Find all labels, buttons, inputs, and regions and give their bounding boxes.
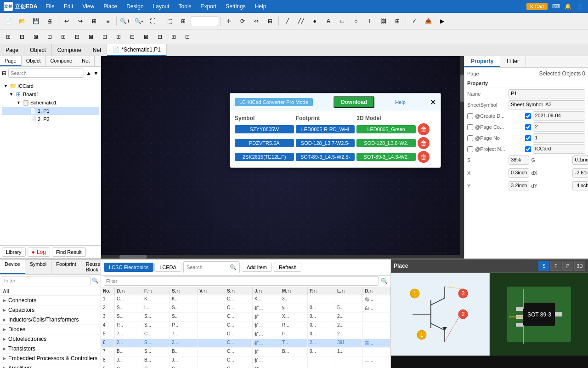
rotate-btn[interactable]: ⟳	[236, 15, 249, 28]
bus-btn[interactable]: ╱╱	[294, 15, 307, 28]
createdate-enabled[interactable]	[525, 113, 531, 119]
cat-amplifiers[interactable]: ▶ Amplifiers	[0, 363, 101, 368]
th-v[interactable]: V.↑↓	[198, 287, 225, 295]
comp-row-2[interactable]: 3S...S...S...C...扩...X...0...2...	[101, 313, 390, 322]
menu-settings[interactable]: Settings	[221, 0, 250, 13]
netlist-btn[interactable]: ≡	[102, 15, 114, 28]
find-result-btn[interactable]: Find Result	[52, 247, 86, 257]
projectn-value[interactable]: ICCard	[533, 144, 586, 154]
symbol-0[interactable]: SZYY0805W	[235, 125, 294, 133]
zoom-out-btn[interactable]: 🔍-	[132, 15, 145, 28]
menu-help[interactable]: Help	[250, 0, 271, 13]
tab-file[interactable]: 📄 *Schematic1.P1	[107, 44, 166, 56]
menu-edit[interactable]: Edit	[59, 0, 78, 13]
tb2-1[interactable]: ⊞	[2, 30, 15, 43]
delete-row-2[interactable]: 🗑	[418, 151, 430, 163]
th-no[interactable]: No.	[101, 287, 115, 295]
canvas-area[interactable]: LC-KiCad Converter Pro Mode Download Hel…	[101, 56, 464, 259]
footprint-0[interactable]: LED0805-R-RD_WHI	[296, 125, 355, 133]
place-p-btn[interactable]: P	[562, 261, 573, 271]
tb2-3[interactable]: ⊠	[29, 30, 42, 43]
tab-object[interactable]: Object	[24, 44, 52, 56]
log-btn[interactable]: ● Log	[28, 247, 50, 257]
th-m[interactable]: M.↑↓	[280, 287, 308, 295]
comp-row-3[interactable]: 4P...S...P...C...扩...R...0...2...	[101, 322, 390, 330]
menu-view[interactable]: View	[78, 0, 99, 13]
tb2-9[interactable]: ⊞	[112, 30, 125, 43]
model-1[interactable]: SOD-128_L3.8-W2.	[356, 139, 416, 147]
menu-place[interactable]: Place	[99, 0, 122, 13]
tb2-13[interactable]: ⊞	[167, 30, 180, 43]
dialog-download-btn[interactable]: Download	[334, 96, 374, 108]
cat-embedded[interactable]: ▶ Embedded Processors & Controllers	[0, 354, 101, 363]
text-btn[interactable]: T	[363, 15, 376, 28]
zoom-in-btn[interactable]: 🔍+	[119, 15, 131, 28]
comp-row-7[interactable]: 8J...B...J...C...扩...二...	[101, 356, 390, 365]
y-value[interactable]: 3.2inch	[509, 181, 529, 190]
left-search-input[interactable]	[8, 69, 84, 78]
move-btn[interactable]: ✛	[222, 15, 235, 28]
comp-row-6[interactable]: 7B...S...B...C...扩...B...0...1...	[101, 348, 390, 356]
left-tab-net[interactable]: Net	[77, 56, 95, 66]
menu-layout[interactable]: Layout	[148, 0, 174, 13]
undo-btn[interactable]: ↩	[60, 15, 73, 28]
symbol-2[interactable]: 2SK2615(TE12L.F)	[235, 153, 294, 161]
createdate-value[interactable]: 2021-09-04	[533, 111, 586, 121]
left-tab-object[interactable]: Object	[22, 56, 46, 66]
g-value[interactable]: 0.1inch	[572, 155, 588, 165]
comp-filter-input[interactable]	[104, 276, 379, 286]
cat-capacitors[interactable]: ▶ Capacitors	[0, 305, 101, 315]
tb2-2[interactable]: ⊟	[16, 30, 28, 43]
v-scroll-thumb[interactable]	[460, 75, 464, 102]
place-3d-btn[interactable]: 3D	[574, 261, 585, 271]
drc-btn[interactable]: ✓	[408, 15, 421, 28]
component-btn[interactable]: ⊞	[88, 15, 101, 28]
delete-row-0[interactable]: 🗑	[418, 123, 430, 135]
model-0[interactable]: LED0805_Green	[356, 125, 416, 133]
pagecount-enabled[interactable]	[525, 124, 531, 130]
tree-page2[interactable]: 📄 2. P2	[2, 115, 99, 123]
tb2-12[interactable]: ⊡	[153, 30, 166, 43]
dev-tab-symbol[interactable]: Symbol	[25, 259, 52, 274]
keyboard-icon[interactable]: ⌨	[551, 2, 560, 11]
cat-all[interactable]: All	[0, 287, 101, 296]
menu-export[interactable]: Export	[196, 0, 221, 13]
menu-file[interactable]: File	[41, 0, 59, 13]
pagecount-value[interactable]: 2	[533, 122, 586, 132]
tb2-4[interactable]: ⊡	[43, 30, 56, 43]
wire-btn[interactable]: ╱	[281, 15, 294, 28]
h-scroll-thumb[interactable]	[119, 255, 147, 259]
tb2-5[interactable]: ⊞	[57, 30, 70, 43]
projectn-checkbox[interactable]	[467, 146, 473, 152]
zoom-input[interactable]: 0.1	[191, 16, 218, 26]
sort-up-icon[interactable]: ▲	[86, 70, 91, 76]
th-s2[interactable]: S.↑↓	[225, 287, 253, 295]
prop-sheetsymbol-value[interactable]: Sheet-Symbol_A3	[509, 100, 585, 109]
table-btn[interactable]: ⊞	[391, 15, 404, 28]
dev-tab-footprint[interactable]: Footprint	[51, 259, 81, 274]
src-lcsc[interactable]: LCSC Electronics	[104, 263, 153, 272]
tb2-8[interactable]: ⊡	[98, 30, 111, 43]
pageno-value[interactable]: 1	[533, 133, 586, 143]
tree-page1[interactable]: 📄 1. P1	[2, 107, 99, 115]
add-item-btn[interactable]: Add Item	[242, 263, 272, 272]
prop-name-value[interactable]: P1	[509, 89, 585, 98]
tb2-10[interactable]: ⊟	[126, 30, 139, 43]
comp-row-0[interactable]: 1C...K...K...C...K...3...每...	[101, 295, 390, 304]
mirror-btn[interactable]: ⇔	[250, 15, 263, 28]
left-tab-compone[interactable]: Compone	[46, 56, 78, 66]
tree-board[interactable]: ▼ ⊞ Board1	[2, 90, 99, 98]
library-btn[interactable]: Library	[2, 247, 26, 257]
refresh-btn[interactable]: Refresh	[274, 263, 302, 272]
src-lceda[interactable]: LCEDA	[154, 263, 181, 272]
comp-search-input[interactable]	[187, 264, 228, 270]
tb2-11[interactable]: ⊠	[140, 30, 153, 43]
netlist-export-btn[interactable]: 📤	[422, 15, 435, 28]
th-d[interactable]: D.↑↓	[115, 287, 142, 295]
left-tab-page[interactable]: Page	[0, 56, 22, 66]
tb2-14[interactable]: ⊟	[181, 30, 194, 43]
comp-row-5[interactable]: 62...S...2...C...扩...T...2...391美...	[101, 339, 390, 348]
new-btn[interactable]: 📄	[2, 15, 15, 28]
tab-net[interactable]: Net	[87, 44, 107, 56]
delete-row-1[interactable]: 🗑	[418, 137, 430, 149]
